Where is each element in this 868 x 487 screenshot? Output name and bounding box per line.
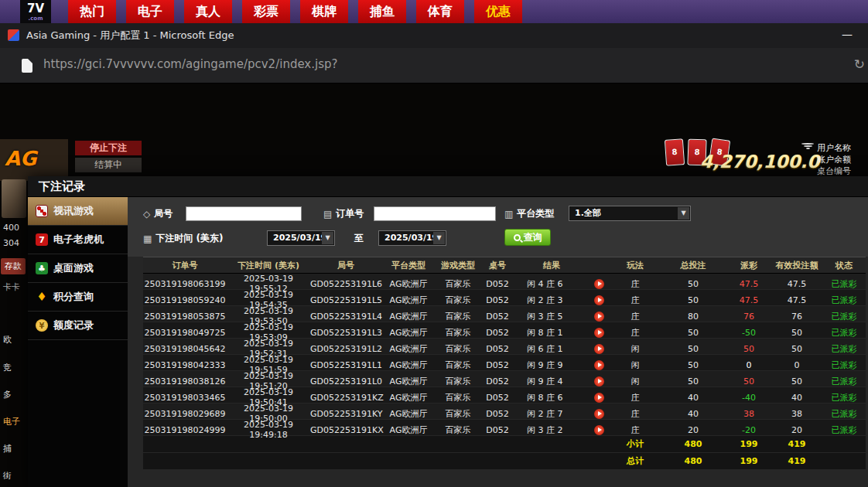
user-info-label: 用户名称 (817, 142, 868, 154)
total-row: 总计480199419 (143, 453, 866, 470)
cell-valid: 50 (771, 344, 822, 354)
ag-logo-zone: AG (0, 139, 68, 181)
table-row: 2503191980423332025-03-19 19:51:59GD0522… (143, 355, 866, 371)
sidebar-item[interactable]: 额度记录 (28, 312, 128, 340)
cell-time: 2025-03-19 19:49:18 (227, 420, 310, 440)
lobby-menu-item: 街 (3, 470, 12, 482)
bet-time-label: ▦ 下注时间 (美东) (143, 232, 224, 245)
cell-result: 闲 9 庄 9 (514, 359, 610, 371)
cell-round: GD052253191KZ (310, 393, 381, 403)
cell-platform: AG欧洲厅 (381, 408, 436, 420)
cell-play: 闲 (610, 376, 660, 387)
column-header: 派彩 (726, 260, 771, 271)
result-text: 闲 9 庄 9 (527, 359, 563, 371)
play-icon[interactable] (594, 425, 604, 435)
nav-item[interactable]: 捕鱼 (358, 0, 406, 23)
cell-play: 庄 (610, 311, 660, 322)
cell-bet: 40 (660, 393, 726, 403)
page-icon (22, 59, 32, 73)
reload-icon[interactable]: ↻ (854, 56, 865, 72)
order-number-input[interactable] (374, 206, 496, 221)
play-icon[interactable] (594, 312, 604, 322)
cell-play: 闲 (610, 343, 660, 355)
cell-order: 250319198029689 (143, 409, 227, 419)
table-row: 2503191980296892025-03-19 19:50:00GD0522… (143, 404, 866, 420)
play-icon[interactable] (594, 360, 604, 370)
date-from-select[interactable]: 2025/03/19 ▼ (267, 230, 335, 246)
cell-play: 庄 (610, 424, 660, 436)
total-payout: 199 (726, 456, 771, 466)
site-nav-items: 热门电子真人彩票棋牌捕鱼体育优惠 (68, 0, 532, 23)
round-number-label: ◇ 局号 (143, 207, 173, 220)
nav-item[interactable]: 体育 (416, 0, 464, 23)
play-icon[interactable] (594, 279, 604, 289)
cell-status: 已派彩 (822, 343, 866, 355)
cell-table: D052 (480, 376, 514, 387)
cell-order: 250319198059240 (143, 295, 227, 305)
address-input[interactable]: https://gci.7vvvvvv.com/agingame/pcv2/in… (43, 57, 337, 71)
lobby-menu-item: 欧 (3, 334, 12, 346)
cell-play: 闲 (610, 359, 660, 371)
lobby-menu-item: 卡卡 (3, 281, 20, 293)
play-icon[interactable] (594, 295, 604, 305)
cell-payout: 0 (726, 360, 771, 370)
cell-status: 已派彩 (822, 376, 866, 387)
result-text: 闲 2 庄 7 (527, 408, 563, 420)
play-icon[interactable] (594, 328, 604, 338)
platform-type-select[interactable]: 1.全部 ▼ (569, 206, 691, 221)
cell-bet: 80 (660, 312, 726, 322)
cell-game: 百家乐 (436, 376, 480, 387)
column-header: 游戏类型 (436, 260, 480, 271)
table-row: 2503191980592402025-03-19 19:54:35GD0522… (143, 290, 866, 306)
dice-icon (36, 205, 48, 217)
cell-order: 250319198038126 (143, 376, 227, 387)
play-icon[interactable] (594, 393, 604, 403)
modal-sidebar: 视讯游戏电子老虎机桌面游戏积分查询额度记录 (28, 197, 128, 487)
round-number-input[interactable] (186, 206, 302, 221)
nav-item[interactable]: 彩票 (242, 0, 290, 23)
column-header: 结果 (514, 260, 610, 271)
sidebar-item[interactable]: 视讯游戏 (28, 197, 128, 226)
nav-item[interactable]: 真人 (184, 0, 232, 23)
table-row: 2503191980631992025-03-19 19:55:12GD0522… (143, 274, 866, 290)
sidebar-item[interactable]: 桌面游戏 (28, 254, 128, 283)
cell-game: 百家乐 (436, 359, 480, 371)
play-icon[interactable] (594, 344, 604, 354)
cell-play: 庄 (610, 408, 660, 420)
date-to-select[interactable]: 2025/03/19 ▼ (378, 230, 446, 246)
cell-table: D052 (480, 295, 514, 305)
site-logo[interactable]: 7V .com (20, 0, 51, 23)
minimize-button[interactable]: — (834, 23, 860, 48)
lobby-menu-item: 存款 (1, 258, 26, 274)
chevron-down-icon: ▼ (433, 232, 445, 244)
cell-valid: 50 (771, 376, 822, 387)
cell-result: 闲 8 庄 6 (514, 392, 610, 404)
wifi-icon (801, 143, 814, 150)
cell-round: GD052253191L6 (310, 279, 381, 289)
screen: 7V .com 热门电子真人彩票棋牌捕鱼体育优惠 Asia Gaming - 用… (0, 0, 868, 487)
cell-platform: AG欧洲厅 (381, 359, 436, 371)
modal-title: 下注记录 (28, 176, 868, 197)
cell-table: D052 (480, 328, 514, 338)
play-icon[interactable] (594, 376, 604, 387)
cell-table: D052 (480, 279, 514, 289)
nav-item[interactable]: 电子 (126, 0, 174, 23)
sidebar-item[interactable]: 积分查询 (28, 283, 128, 312)
cell-play: 庄 (610, 278, 660, 290)
nav-item[interactable]: 棋牌 (300, 0, 348, 23)
play-icon[interactable] (594, 409, 604, 419)
modal-body: 视讯游戏电子老虎机桌面游戏积分查询额度记录 ◇ 局号 ▤ 订单号 ▥ (28, 197, 868, 487)
cell-valid: 38 (771, 409, 822, 419)
cell-bet: 20 (660, 425, 726, 435)
search-button[interactable]: 查询 (504, 229, 551, 246)
nav-item[interactable]: 优惠 (474, 0, 522, 23)
nav-item[interactable]: 热门 (68, 0, 116, 23)
cell-bet: 50 (660, 344, 726, 354)
cell-bet: 50 (660, 328, 726, 338)
platform-type-label: ▥ 平台类型 (504, 207, 554, 220)
sidebar-item[interactable]: 电子老虎机 (28, 226, 128, 254)
sidebar-item-label: 桌面游戏 (53, 261, 94, 275)
cell-payout: 50 (726, 376, 771, 387)
cell-round: GD052253191L4 (310, 312, 381, 322)
cell-valid: 40 (771, 393, 822, 403)
